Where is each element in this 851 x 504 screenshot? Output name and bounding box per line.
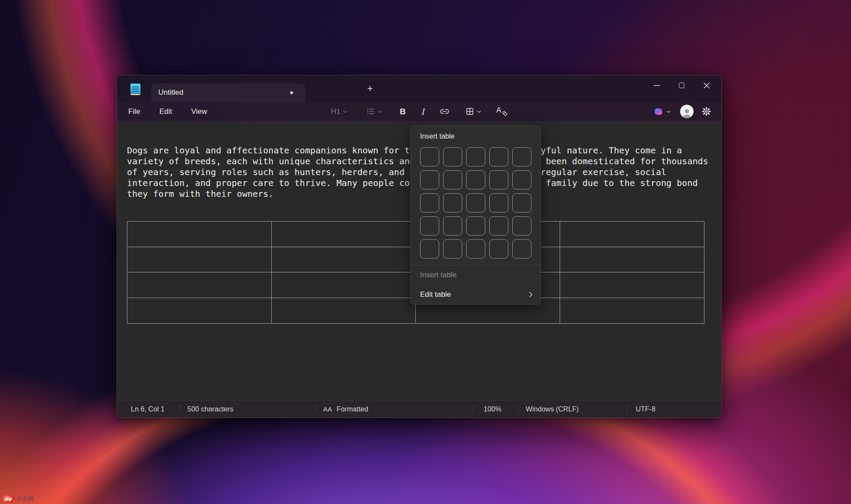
heading-style-button[interactable]: H1 [325,104,353,119]
menu-view[interactable]: View [185,104,214,119]
menu-edit[interactable]: Edit [153,104,178,119]
table-size-grid [420,147,531,259]
notepad-app-icon [130,82,141,95]
table-cell[interactable] [127,272,272,298]
gear-icon [701,106,711,116]
table-size-cell[interactable] [466,193,485,212]
table-size-cell[interactable] [420,193,439,212]
avatar-icon [681,107,693,118]
table-size-cell[interactable] [443,147,462,166]
menu-file[interactable]: File [122,104,146,119]
table-size-cell[interactable] [512,147,531,166]
maximize-icon [679,83,684,88]
php-watermark: php 中文网 [2,495,33,503]
close-icon [704,83,710,89]
table-size-cell[interactable] [466,147,485,166]
table-size-cell[interactable] [420,170,439,189]
encoding: UTF-8 [627,401,721,418]
table-cell[interactable] [560,222,704,247]
table-cell[interactable] [127,298,272,324]
table-size-cell[interactable] [489,216,508,235]
line-ending: Windows (CRLF) [518,401,627,418]
table-button[interactable] [459,104,487,119]
table-size-cell[interactable] [512,239,531,259]
table-cell[interactable] [560,247,704,273]
tab-untitled[interactable]: Untitled [151,83,305,102]
chevron-down-icon [477,110,481,113]
dropdown-title: Insert table [411,126,541,140]
table-icon [465,107,474,116]
chevron-down-icon [666,110,671,113]
titlebar-right-controls [650,102,714,121]
table-cell[interactable] [127,247,272,273]
table-cell[interactable] [127,222,272,247]
character-count: 500 characters [180,401,316,418]
chevron-down-icon [377,110,382,113]
table-cell[interactable] [272,272,416,298]
table-size-cell[interactable] [443,193,462,212]
desktop: php 中文网 Untitled + [0,0,851,504]
copilot-icon [654,107,663,116]
titlebar[interactable]: Untitled + [117,75,721,102]
table-cell[interactable] [560,298,704,324]
table-size-cell[interactable] [512,216,531,235]
table-size-cell[interactable] [443,170,462,189]
table-size-cell[interactable] [489,239,508,259]
formatted-mode: AA Formatted [316,401,473,418]
account-button[interactable] [680,105,694,118]
italic-button[interactable]: I [413,104,432,119]
menu-toolbar-row: File Edit View H1 B I [117,102,721,121]
new-tab-button[interactable]: + [361,81,379,96]
settings-button[interactable] [699,104,714,119]
table-size-cell[interactable] [443,239,462,259]
table-size-cell[interactable] [420,216,439,235]
bold-button[interactable]: B [393,104,412,119]
table-size-cell[interactable] [420,147,439,166]
table-size-cell[interactable] [512,170,531,189]
list-button[interactable] [360,104,388,119]
italic-icon: I [421,107,424,116]
insert-table-dropdown: Insert table Insert table Edit table [410,126,541,305]
copilot-button[interactable] [650,104,675,119]
notepad-window: Untitled + File Edit View [117,75,722,418]
window-controls [644,76,719,95]
table-size-cell[interactable] [466,239,485,259]
edit-table-item[interactable]: Edit table [411,285,541,305]
link-button[interactable] [434,104,455,119]
table-size-cell[interactable] [420,239,439,259]
menu-bar: File Edit View [122,104,220,119]
minimize-button[interactable] [644,76,669,95]
clear-formatting-letter: A [496,106,501,115]
table-cell[interactable] [560,272,704,298]
table-cell[interactable] [272,247,416,273]
heading-style-label: H1 [331,107,340,116]
watermark-text: 中文网 [17,495,33,503]
cursor-position: Ln 6, Col 1 [117,401,180,418]
table-cell[interactable] [272,298,416,324]
chevron-down-icon [343,110,347,113]
bullet-list-icon [366,107,375,116]
formatted-icon: AA [323,405,332,413]
table-size-cell[interactable] [489,170,508,189]
eraser-icon [502,110,508,116]
maximize-button[interactable] [669,76,694,95]
table-size-cell[interactable] [466,216,485,235]
table-size-cell[interactable] [489,193,508,212]
table-size-cell[interactable] [443,216,462,235]
link-icon [440,106,450,116]
formatting-toolbar: H1 B I [325,102,511,121]
tab-title: Untitled [158,88,184,97]
minimize-icon [654,85,660,86]
bold-icon: B [400,107,406,116]
table-size-cell[interactable] [489,147,508,166]
clear-formatting-button[interactable]: A [491,104,511,119]
zoom-level: 100% [473,401,518,418]
insert-table-item: Insert table [411,265,541,285]
php-logo: php [2,495,14,503]
table-size-cell[interactable] [512,193,531,212]
table-cell[interactable] [272,222,416,247]
unsaved-indicator-dot [290,91,293,94]
table-size-cell[interactable] [466,170,485,189]
close-button[interactable] [694,76,719,95]
chevron-right-icon [529,292,533,298]
